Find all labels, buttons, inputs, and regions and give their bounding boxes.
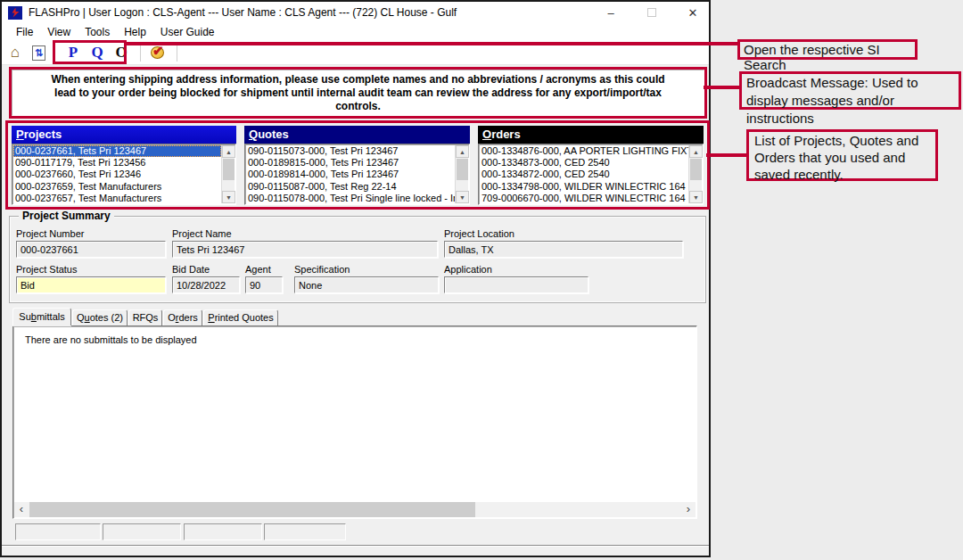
list-item[interactable]: 090-0115078-000, Test Pri Single line lo… (246, 193, 455, 204)
list-item[interactable]: 000-0237661, Tets Pri 123467 (13, 145, 221, 157)
agent-field[interactable]: 90 (245, 276, 283, 293)
project-location-field[interactable]: Dallas, TX (444, 241, 683, 258)
callout-broadcast: Broadcast Message: Used to display messa… (739, 71, 961, 110)
orders-scrollbar[interactable]: ▲ ▼ (688, 145, 702, 203)
order-search-button[interactable]: O (114, 44, 128, 62)
status-panel (103, 523, 181, 540)
quotes-scrollbar[interactable]: ▲ ▼ (455, 145, 468, 203)
quotes-header: Quotes (244, 126, 470, 144)
list-item[interactable]: 709-0006670-000, WILDER WINLECTRIC 164 (480, 193, 688, 204)
list-item[interactable]: 000-1334872-000, CED 2540 (480, 169, 688, 180)
quotes-listbox: 090-0115073-000, Test Pri 123467 000-018… (244, 144, 470, 205)
recent-lists-highlight: Projects 000-0237661, Tets Pri 123467 09… (5, 120, 710, 210)
list-item[interactable]: 090-0117179, Test Pri 123456 (13, 157, 221, 169)
scroll-down-icon[interactable]: ▼ (222, 191, 235, 203)
project-location-label: Project Location (444, 228, 514, 239)
quotes-panel: Quotes 090-0115073-000, Test Pri 123467 … (244, 126, 470, 207)
tab-printed-quotes[interactable]: Printed Quotes (203, 309, 278, 325)
tab-quotes[interactable]: Quotes (2) (72, 309, 128, 325)
projects-header: Projects (12, 126, 236, 144)
callout-recent-lists: List of Projects, Quotes and Orders that… (746, 129, 938, 181)
scroll-left-icon[interactable]: ‹ (14, 502, 29, 517)
detail-tabs: Submittals Quotes (2) RFQs Orders Printe… (12, 308, 279, 325)
callout-si-search: Open the respective SI Search (737, 39, 918, 60)
scrollbar-thumb[interactable] (457, 159, 468, 180)
menu-user-guide[interactable]: User Guide (153, 24, 222, 41)
list-item[interactable]: 000-0189815-000, Tets Pri 123467 (246, 157, 455, 169)
tab-orders[interactable]: Orders (163, 309, 202, 325)
menu-tools[interactable]: Tools (78, 24, 117, 41)
application-field[interactable] (444, 276, 588, 293)
menu-help[interactable]: Help (117, 24, 153, 41)
scroll-up-icon[interactable]: ▲ (689, 145, 703, 158)
projects-listbox: 000-0237661, Tets Pri 123467 090-0117179… (12, 144, 236, 205)
group-title: Project Summary (19, 210, 114, 222)
bid-date-field[interactable]: 10/28/2022 (172, 276, 240, 293)
list-item[interactable]: 000-1334876-000, AA PORTER LIGHTING FIXT (480, 145, 688, 157)
project-number-label: Project Number (16, 228, 84, 239)
home-icon[interactable]: ⌂ (7, 45, 23, 61)
project-number-field[interactable]: 000-0237661 (16, 241, 166, 258)
list-item[interactable]: 090-0115073-000, Test Pri 123467 (246, 145, 455, 157)
scroll-right-icon[interactable]: › (681, 502, 696, 517)
tab-submittals[interactable]: Submittals (12, 308, 71, 325)
project-summary-group: Project Summary Project Number Project N… (9, 216, 706, 303)
project-status-field[interactable]: Bid (16, 276, 166, 293)
orders-header: Orders (478, 126, 704, 144)
toolbar-separator (140, 44, 141, 62)
checkmark-icon[interactable]: ✔ (150, 45, 166, 61)
maximize-button[interactable] (645, 6, 659, 20)
scrollbar-thumb[interactable] (690, 159, 702, 180)
scroll-up-icon[interactable]: ▲ (222, 145, 235, 158)
status-panel (184, 523, 262, 540)
projects-panel: Projects 000-0237661, Tets Pri 123467 09… (12, 126, 236, 207)
scrollbar-thumb[interactable] (223, 159, 235, 180)
list-item[interactable]: 000-0189814-000, Tets Pri 123467 (246, 169, 455, 180)
list-item[interactable]: 000-0237660, Test Pri 12346 (13, 169, 221, 180)
tab-rfqs[interactable]: RFQs (128, 309, 162, 325)
projects-scrollbar[interactable]: ▲ ▼ (221, 145, 235, 203)
project-name-label: Project Name (172, 228, 232, 239)
list-item[interactable]: 000-0237659, Test Manufacturers (13, 181, 221, 193)
project-status-label: Project Status (16, 264, 77, 275)
specification-label: Specification (294, 264, 350, 275)
refresh-icon[interactable]: ⇅ (32, 45, 45, 61)
titlebar: FLASHPro | User Logon : CLS-Agent --- Us… (2, 2, 709, 23)
annotation-connector (127, 42, 737, 45)
broadcast-message-highlight: When entering shipping address informati… (9, 67, 707, 119)
horizontal-scrollbar[interactable]: ‹ › (14, 502, 696, 517)
list-item[interactable]: 090-0115087-000, Test Reg 22-14 (246, 181, 455, 193)
scroll-up-icon[interactable]: ▲ (456, 145, 469, 158)
broadcast-message-text: When entering shipping address informati… (41, 73, 676, 113)
orders-panel: Orders 000-1334876-000, AA PORTER LIGHTI… (478, 126, 704, 207)
agent-label: Agent (245, 264, 271, 275)
bid-date-label: Bid Date (172, 264, 210, 275)
app-window: FLASHPro | User Logon : CLS-Agent --- Us… (0, 0, 711, 557)
annotation-connector (706, 153, 747, 157)
status-bar (2, 545, 709, 556)
list-item[interactable]: 000-1334798-000, WILDER WINLECTRIC 164 (480, 181, 688, 193)
project-name-field[interactable]: Tets Pri 123467 (172, 241, 438, 258)
scroll-down-icon[interactable]: ▼ (689, 191, 703, 203)
minimize-button[interactable]: – (604, 6, 618, 20)
app-logo-icon (8, 6, 22, 20)
close-button[interactable]: ✕ (686, 6, 700, 20)
empty-message: There are no submittals to be displayed (13, 326, 696, 345)
maximize-icon (647, 8, 656, 17)
orders-listbox: 000-1334876-000, AA PORTER LIGHTING FIXT… (478, 144, 704, 205)
scrollbar-thumb[interactable] (29, 502, 475, 517)
application-label: Application (444, 264, 492, 275)
project-search-button[interactable]: P (66, 44, 80, 62)
window-title: FLASHPro | User Logon : CLS-Agent --- Us… (29, 6, 457, 19)
quote-search-button[interactable]: Q (90, 44, 104, 62)
menu-view[interactable]: View (40, 24, 78, 41)
status-panel (264, 523, 346, 540)
list-item[interactable]: 000-1334873-000, CED 2540 (480, 157, 688, 169)
menu-file[interactable]: File (9, 24, 40, 41)
specification-field[interactable]: None (294, 276, 439, 293)
toolbar-separator (177, 44, 177, 62)
list-item[interactable]: 000-0237657, Test Manufacturers (13, 193, 221, 204)
annotation-connector (704, 86, 740, 89)
scroll-down-icon[interactable]: ▼ (456, 191, 469, 203)
status-panel (15, 523, 101, 540)
